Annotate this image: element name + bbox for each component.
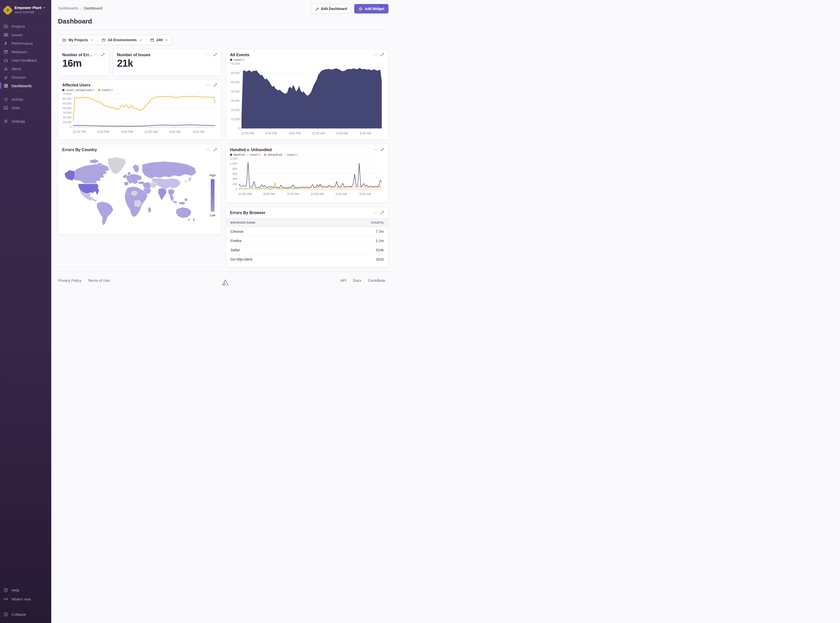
expand-icon[interactable] bbox=[380, 147, 384, 152]
svg-text:8:00 PM: 8:00 PM bbox=[289, 132, 300, 135]
expand-icon[interactable] bbox=[213, 53, 217, 57]
expand-icon[interactable] bbox=[213, 83, 217, 87]
svg-text:20,000: 20,000 bbox=[231, 108, 240, 111]
sidebar-item-dashboards[interactable]: Dashboards bbox=[0, 81, 51, 90]
sidebar-item-issues[interactable]: Issues bbox=[0, 31, 51, 39]
sidebar-item-activity[interactable]: Activity bbox=[0, 95, 51, 103]
browser-name: Safari bbox=[231, 248, 240, 252]
legend-dot bbox=[98, 89, 100, 91]
world-map bbox=[58, 152, 221, 230]
sidebar-item-label: Performance bbox=[11, 41, 33, 46]
add-widget-button[interactable]: Add Widget bbox=[354, 4, 389, 14]
footer-link[interactable]: Docs bbox=[353, 278, 362, 282]
browser-count: 524k bbox=[376, 248, 384, 252]
svg-text:1,000: 1,000 bbox=[230, 162, 237, 165]
svg-text:12:00 PM: 12:00 PM bbox=[238, 192, 252, 196]
column-browser-name[interactable]: BROWSER.NAME bbox=[231, 221, 255, 224]
widget-menu-icon[interactable] bbox=[206, 53, 210, 57]
all-events-chart: 010,00020,00030,00040,00050,00060,00070,… bbox=[226, 61, 388, 140]
footer-link[interactable]: API bbox=[340, 278, 346, 282]
legend-count[interactable]: count() bbox=[98, 88, 113, 91]
page-title: Dashboard bbox=[58, 17, 389, 25]
browser-count: 7.7m bbox=[376, 230, 384, 233]
browser-count: 331k bbox=[376, 257, 384, 261]
widget-menu-icon[interactable] bbox=[373, 147, 377, 152]
stats-icon bbox=[3, 106, 8, 110]
sidebar-item-releases[interactable]: Releases bbox=[0, 48, 51, 56]
footer-link[interactable]: Privacy Policy bbox=[58, 278, 81, 282]
sidebar-item-label: Stats bbox=[11, 106, 20, 110]
svg-text:600: 600 bbox=[232, 172, 237, 175]
column-count[interactable]: COUNT() bbox=[371, 221, 384, 224]
releases-icon bbox=[3, 49, 8, 54]
svg-text:30,000: 30,000 bbox=[63, 111, 71, 114]
svg-text:0: 0 bbox=[236, 187, 237, 190]
filter-label: My Projects bbox=[69, 38, 88, 42]
settings-icon bbox=[3, 119, 8, 124]
svg-text:4:00 AM: 4:00 AM bbox=[335, 192, 347, 196]
breadcrumb-current: Dashboard bbox=[84, 6, 102, 10]
browser-count: 1.1m bbox=[376, 239, 384, 243]
sidebar-item-alerts[interactable]: Alerts bbox=[0, 64, 51, 73]
footer-link[interactable]: Contribute bbox=[368, 278, 385, 282]
svg-text:60,000: 60,000 bbox=[63, 97, 71, 100]
filter-window-dropdown[interactable]: All Environments bbox=[97, 35, 146, 45]
chevron-down-icon bbox=[43, 6, 46, 9]
svg-text:0: 0 bbox=[238, 127, 240, 130]
legend-count[interactable]: count() bbox=[230, 58, 245, 61]
expand-icon[interactable] bbox=[380, 53, 384, 57]
widget-menu-icon[interactable] bbox=[206, 83, 210, 87]
svg-text:12:00 AM: 12:00 AM bbox=[312, 132, 325, 135]
window-icon bbox=[102, 38, 106, 42]
sidebar-item-label: Dashboards bbox=[11, 84, 32, 88]
table-row: Safari524k bbox=[226, 246, 388, 255]
sidebar-item-settings[interactable]: Settings bbox=[0, 117, 51, 126]
widget-menu-icon[interactable] bbox=[94, 53, 98, 57]
widget-title: Affected Users bbox=[62, 83, 91, 87]
sidebar-item-projects[interactable]: Projects bbox=[0, 22, 51, 31]
widget-menu-icon[interactable] bbox=[373, 53, 377, 57]
breadcrumb-separator-icon: › bbox=[80, 6, 82, 10]
filter-projects-dropdown[interactable]: My Projects bbox=[58, 35, 97, 45]
map-color-legend: High Low bbox=[209, 173, 216, 217]
footer-link[interactable]: Terms of Use bbox=[88, 278, 110, 282]
handled-unhandled-chart: 02004006008001,0001,20012:00 PM4:00 PM8:… bbox=[226, 156, 388, 200]
legend-handled[interactable]: Handled : count() bbox=[230, 153, 260, 156]
legend-count-unique-user[interactable]: count_unique(user) bbox=[62, 88, 94, 91]
sidebar-item-label: Alerts bbox=[11, 67, 21, 71]
expand-icon[interactable] bbox=[380, 210, 384, 215]
sidebar-item-performance[interactable]: Performance bbox=[0, 39, 51, 48]
svg-text:12:00 AM: 12:00 AM bbox=[311, 192, 324, 196]
org-logo-icon bbox=[3, 6, 12, 14]
footer: Privacy PolicyTerms of Use APIDocsContri… bbox=[51, 272, 392, 297]
pencil-icon bbox=[315, 7, 319, 11]
svg-text:4:00 AM: 4:00 AM bbox=[336, 132, 348, 135]
svg-text:40,000: 40,000 bbox=[63, 107, 71, 110]
widget-menu-icon[interactable] bbox=[206, 147, 210, 152]
sidebar-item-user-feedback[interactable]: User Feedback bbox=[0, 56, 51, 64]
filter-bar: My ProjectsAll Environments24H bbox=[58, 35, 172, 45]
widget-title: Number of Err… bbox=[62, 53, 91, 57]
sidebar-item-label: User Feedback bbox=[11, 58, 37, 63]
sidebar-item-discover[interactable]: Discover bbox=[0, 73, 51, 81]
org-switcher[interactable]: Empower Plant Jane Schmidt bbox=[0, 3, 51, 15]
expand-icon[interactable] bbox=[213, 147, 217, 152]
expand-icon[interactable] bbox=[101, 53, 105, 57]
svg-text:4:00 AM: 4:00 AM bbox=[169, 130, 181, 134]
widget-errors-by-country: Errors By Country bbox=[58, 144, 222, 235]
table-row: Chrome7.7m bbox=[226, 227, 388, 236]
edit-dashboard-button[interactable]: Edit Dashboard bbox=[311, 4, 351, 14]
svg-text:1,200: 1,200 bbox=[230, 157, 237, 160]
svg-text:50,000: 50,000 bbox=[231, 81, 240, 84]
breadcrumb-dashboards[interactable]: Dashboards bbox=[58, 6, 78, 10]
affected-users-chart: 010,00020,00030,00040,00050,00060,00070,… bbox=[58, 91, 221, 138]
widget-menu-icon[interactable] bbox=[373, 210, 377, 215]
widget-title: Number of Issues bbox=[117, 53, 151, 57]
legend-unhandled[interactable]: Unhandled : count() bbox=[264, 153, 298, 156]
svg-text:30,000: 30,000 bbox=[231, 99, 240, 102]
filter-calendar-dropdown[interactable]: 24H bbox=[146, 35, 172, 45]
legend-dot bbox=[264, 153, 266, 156]
browser-name: Firefox bbox=[231, 239, 242, 243]
sidebar-item-stats[interactable]: Stats bbox=[0, 103, 51, 112]
plus-circle-icon bbox=[358, 7, 363, 11]
